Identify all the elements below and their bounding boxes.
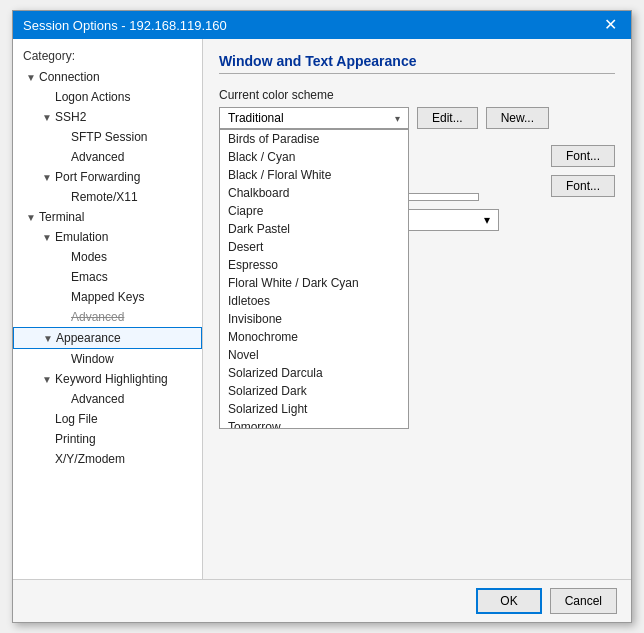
label-xyz: X/Y/Zmodem (55, 452, 125, 466)
tree-item-advanced-kw[interactable]: Advanced (13, 389, 202, 409)
close-button[interactable]: ✕ (600, 17, 621, 33)
color-scheme-row: Traditional ▾ Birds of Paradise Black / … (219, 107, 615, 129)
scheme-floral-white-dark-cyan[interactable]: Floral White / Dark Cyan (220, 274, 408, 292)
tree-item-port-forwarding[interactable]: ▼ Port Forwarding (13, 167, 202, 187)
scheme-chalkboard[interactable]: Chalkboard (220, 184, 408, 202)
scheme-espresso[interactable]: Espresso (220, 256, 408, 274)
label-logon: Logon Actions (55, 90, 130, 104)
title-bar: Session Options - 192.168.119.160 ✕ (13, 11, 631, 39)
tree-item-appearance[interactable]: ▼ Appearance (13, 327, 202, 349)
scheme-invisibone[interactable]: Invisibone (220, 310, 408, 328)
dialog-footer: OK Cancel (13, 579, 631, 622)
section-title: Window and Text Appearance (219, 53, 615, 74)
tree-item-terminal[interactable]: ▼ Terminal (13, 207, 202, 227)
scheme-black-cyan[interactable]: Black / Cyan (220, 148, 408, 166)
tree-item-log-file[interactable]: Log File (13, 409, 202, 429)
tree-item-logon-actions[interactable]: Logon Actions (13, 87, 202, 107)
expander-emulation: ▼ (39, 232, 55, 243)
font-button-1[interactable]: Font... (551, 145, 615, 167)
label-mapped-keys: Mapped Keys (71, 290, 144, 304)
edit-button[interactable]: Edit... (417, 107, 478, 129)
font-button-2[interactable]: Font... (551, 175, 615, 197)
expander-kw-highlight: ▼ (39, 374, 55, 385)
label-adv-ssh2: Advanced (71, 150, 124, 164)
label-kw-highlight: Keyword Highlighting (55, 372, 168, 386)
tree-item-keyword-highlighting[interactable]: ▼ Keyword Highlighting (13, 369, 202, 389)
category-label: Category: (13, 45, 202, 67)
tree-item-printing[interactable]: Printing (13, 429, 202, 449)
dialog-window: Session Options - 192.168.119.160 ✕ Cate… (12, 10, 632, 623)
label-emulation: Emulation (55, 230, 108, 244)
scheme-ciapre[interactable]: Ciapre (220, 202, 408, 220)
category-panel: Category: ▼ Connection Logon Actions ▼ S… (13, 39, 203, 579)
tree-item-ssh2[interactable]: ▼ SSH2 (13, 107, 202, 127)
scheme-idletoes[interactable]: Idletoes (220, 292, 408, 310)
tree-item-remote-x11[interactable]: Remote/X11 (13, 187, 202, 207)
scheme-dark-pastel[interactable]: Dark Pastel (220, 220, 408, 238)
scheme-tomorrow[interactable]: Tomorrow (220, 418, 408, 429)
label-x11: Remote/X11 (71, 190, 138, 204)
expander-portfwd: ▼ (39, 172, 55, 183)
label-adv-term: Advanced (71, 310, 124, 324)
expander-appearance: ▼ (40, 333, 56, 344)
label-connection: Connection (39, 70, 100, 84)
scheme-solarized-darcula[interactable]: Solarized Darcula (220, 364, 408, 382)
scheme-solarized-light[interactable]: Solarized Light (220, 400, 408, 418)
tree-item-advanced-term[interactable]: Advanced (13, 307, 202, 327)
tree-item-advanced-ssh2[interactable]: Advanced (13, 147, 202, 167)
color-scheme-dropdown[interactable]: Traditional ▾ Birds of Paradise Black / … (219, 107, 409, 129)
new-button[interactable]: New... (486, 107, 549, 129)
selected-scheme-text: Traditional (228, 111, 284, 125)
tree-item-modes[interactable]: Modes (13, 247, 202, 267)
label-terminal: Terminal (39, 210, 84, 224)
scheme-monochrome[interactable]: Monochrome (220, 328, 408, 346)
dialog-body: Category: ▼ Connection Logon Actions ▼ S… (13, 39, 631, 579)
cancel-button[interactable]: Cancel (550, 588, 617, 614)
label-portfwd: Port Forwarding (55, 170, 140, 184)
scheme-novel[interactable]: Novel (220, 346, 408, 364)
label-sftp: SFTP Session (71, 130, 147, 144)
label-log: Log File (55, 412, 98, 426)
expander-ssh2: ▼ (39, 112, 55, 123)
ok-button[interactable]: OK (476, 588, 541, 614)
charset-chevron-icon: ▾ (484, 213, 490, 227)
tree-item-mapped-keys[interactable]: Mapped Keys (13, 287, 202, 307)
scheme-black-floral-white[interactable]: Black / Floral White (220, 166, 408, 184)
tree-item-connection[interactable]: ▼ Connection (13, 67, 202, 87)
color-scheme-label: Current color scheme (219, 88, 615, 102)
expander-terminal: ▼ (23, 212, 39, 223)
chevron-down-icon: ▾ (395, 113, 400, 124)
main-panel: Window and Text Appearance Current color… (203, 39, 631, 579)
scheme-desert[interactable]: Desert (220, 238, 408, 256)
expander-connection: ▼ (23, 72, 39, 83)
label-adv-kw: Advanced (71, 392, 124, 406)
label-modes: Modes (71, 250, 107, 264)
scheme-birds-of-paradise[interactable]: Birds of Paradise (220, 130, 408, 148)
dropdown-list: Birds of Paradise Black / Cyan Black / F… (219, 129, 409, 429)
tree-item-sftp[interactable]: SFTP Session (13, 127, 202, 147)
label-printing: Printing (55, 432, 96, 446)
tree-item-window[interactable]: Window (13, 349, 202, 369)
dialog-title: Session Options - 192.168.119.160 (23, 18, 227, 33)
label-ssh2: SSH2 (55, 110, 86, 124)
label-emacs: Emacs (71, 270, 108, 284)
tree-item-emacs[interactable]: Emacs (13, 267, 202, 287)
label-appearance: Appearance (56, 331, 121, 345)
tree-item-emulation[interactable]: ▼ Emulation (13, 227, 202, 247)
dropdown-selected-value[interactable]: Traditional ▾ (219, 107, 409, 129)
label-window: Window (71, 352, 114, 366)
tree-item-xyz[interactable]: X/Y/Zmodem (13, 449, 202, 469)
scheme-solarized-dark[interactable]: Solarized Dark (220, 382, 408, 400)
